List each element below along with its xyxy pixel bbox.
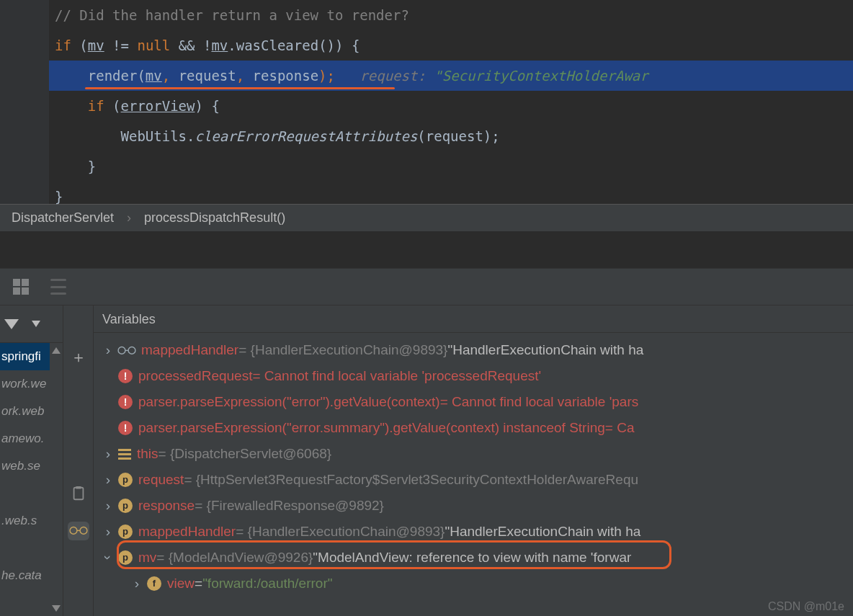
variable-row[interactable]: ! parser.parseExpression("error.summary"… [94, 415, 853, 441]
variable-value: = Cannot find local variable 'pars [440, 389, 639, 415]
breadcrumb-separator: › [127, 210, 131, 226]
variable-value: = Cannot find local variable 'processedR… [252, 363, 541, 389]
expand-icon[interactable]: › [131, 571, 143, 597]
frames-column: springfi work.we ork.web amewo. web.se .… [0, 305, 63, 616]
code-line: if (mv != null && !mv.wasCleared()) { [49, 30, 853, 61]
code-line-current: render(mv, request, response); request: … [49, 61, 853, 91]
comment-text: // Did the handler return a view to rend… [55, 7, 409, 23]
variable-name: view [167, 571, 195, 597]
variable-name: mappedHandler [138, 519, 236, 545]
clipboard-icon[interactable] [70, 486, 87, 503]
error-icon: ! [118, 395, 133, 409]
variable-name: mv [138, 545, 156, 571]
variable-name: parser.parseExpression("error").getValue… [138, 389, 440, 415]
add-watch-icon[interactable]: ＋ [70, 349, 87, 366]
watches-icon[interactable] [68, 522, 89, 540]
code-line: } [49, 182, 853, 212]
svg-point-5 [118, 347, 125, 354]
svg-rect-1 [76, 486, 81, 489]
variable-name: mappedHandler [141, 337, 238, 363]
scrollbar[interactable] [50, 343, 63, 616]
settings-icon[interactable] [50, 279, 66, 295]
layout-icon[interactable] [13, 279, 29, 295]
collapse-icon[interactable]: › [95, 552, 121, 563]
expand-icon[interactable]: › [102, 441, 114, 467]
variables-header: Variables [94, 305, 853, 333]
svg-point-3 [80, 527, 87, 535]
variable-row[interactable]: › p mappedHandler = {HandlerExecutionCha… [94, 519, 853, 545]
svg-point-2 [70, 527, 77, 535]
variable-value: = {HandlerExecutionChain@9893} [238, 337, 447, 363]
variable-row[interactable]: ! processedRequest = Cannot find local v… [94, 363, 853, 389]
expand-icon[interactable]: › [102, 493, 114, 519]
variable-row[interactable]: › p response = {FirewalledResponse@9892} [94, 493, 853, 519]
variable-row[interactable]: › p request = {HttpServlet3RequestFactor… [94, 467, 853, 493]
param-icon: p [118, 499, 133, 513]
dropdown-icon[interactable] [32, 321, 40, 327]
variable-name: parser.parseExpression("error.summary").… [138, 415, 605, 441]
breadcrumb-class[interactable]: DispatcherServlet [12, 210, 114, 226]
inlay-hint: request: [359, 68, 434, 84]
debug-side-icons: ＋ [63, 305, 94, 616]
expand-icon[interactable]: › [102, 337, 114, 363]
variable-value: = {ModelAndView@9926} [156, 545, 313, 571]
code-line: } [49, 151, 853, 182]
variable-row[interactable]: › f view = "forward:/oauth/error" [94, 571, 853, 597]
variable-name: request [138, 467, 184, 493]
svg-rect-0 [74, 488, 84, 500]
variable-value: = {DispatcherServlet@6068} [158, 441, 332, 467]
variable-row[interactable]: ! parser.parseExpression("error").getVal… [94, 389, 853, 415]
svg-point-6 [128, 347, 135, 354]
code-line: // Did the handler return a view to rend… [49, 0, 853, 30]
debug-panel: springfi work.we ork.web amewo. web.se .… [0, 305, 853, 616]
code-line: WebUtils.clearErrorRequestAttributes(req… [49, 121, 853, 151]
code-editor[interactable]: // Did the handler return a view to rend… [0, 0, 853, 204]
variable-name: response [138, 493, 195, 519]
filter-icon[interactable] [4, 319, 19, 329]
scroll-down-icon[interactable] [52, 605, 61, 612]
stack-icon [118, 449, 131, 460]
debug-toolbar [0, 268, 853, 305]
expand-icon[interactable]: › [102, 467, 114, 493]
variable-value: = {FirewalledResponse@9892} [195, 493, 384, 519]
spacer [0, 231, 853, 268]
variable-value: = {HttpServlet3RequestFactory$Servlet3Se… [184, 467, 638, 493]
scroll-up-icon[interactable] [52, 347, 61, 354]
variable-value: "forward:/oauth/error" [202, 571, 332, 597]
variable-row[interactable]: › p mv = {ModelAndView@9926} "ModelAndVi… [94, 545, 853, 571]
editor-gutter [0, 0, 49, 204]
breadcrumb-method[interactable]: processDispatchResult() [144, 210, 285, 226]
field-icon: f [147, 576, 161, 591]
glasses-icon [117, 337, 137, 363]
variable-value: = {HandlerExecutionChain@9893} [236, 519, 445, 545]
expand-icon[interactable]: › [102, 519, 114, 545]
variable-name: this [137, 441, 158, 467]
param-icon: p [118, 525, 133, 539]
error-icon: ! [118, 369, 133, 383]
frames-toolbar [0, 305, 63, 343]
code-area: // Did the handler return a view to rend… [49, 0, 853, 212]
variables-column: Variables › mappedHandler = {HandlerExec… [94, 305, 853, 616]
variables-tree[interactable]: › mappedHandler = {HandlerExecutionChain… [94, 333, 853, 597]
variable-row[interactable]: › mappedHandler = {HandlerExecutionChain… [94, 337, 853, 363]
annotation-underline [85, 87, 395, 89]
variable-row[interactable]: › this = {DispatcherServlet@6068} [94, 441, 853, 467]
variable-name: processedRequest [138, 363, 252, 389]
watermark: CSDN @m01e [768, 600, 844, 613]
error-icon: ! [118, 421, 133, 435]
variable-value: = Ca [605, 415, 635, 441]
param-icon: p [118, 473, 133, 487]
code-line: if (errorView) { [49, 91, 853, 121]
